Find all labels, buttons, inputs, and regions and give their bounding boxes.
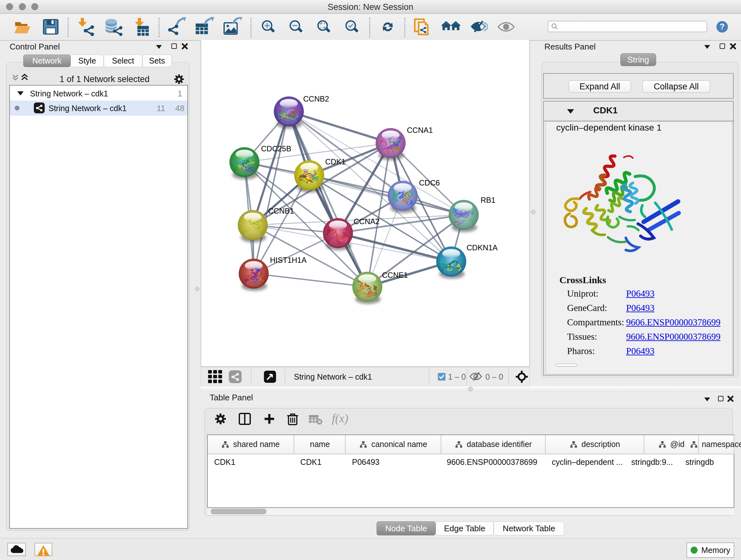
svg-text:HIST1H1A: HIST1H1A [270,256,307,264]
svg-text:CCNB1: CCNB1 [268,206,294,215]
svg-text:CDC6: CDC6 [419,179,440,187]
svg-text:?: ? [720,22,724,31]
svg-text:CCNA1: CCNA1 [407,126,433,134]
svg-text:CCNE1: CCNE1 [382,271,408,279]
svg-text:CDKN1A: CDKN1A [467,243,497,252]
svg-text:CDC25B: CDC25B [261,144,291,153]
svg-text:CCNA2: CCNA2 [354,217,380,226]
svg-text:CCNB2: CCNB2 [303,95,329,103]
svg-text:CDK1: CDK1 [325,158,346,166]
svg-text:RB1: RB1 [481,196,495,204]
